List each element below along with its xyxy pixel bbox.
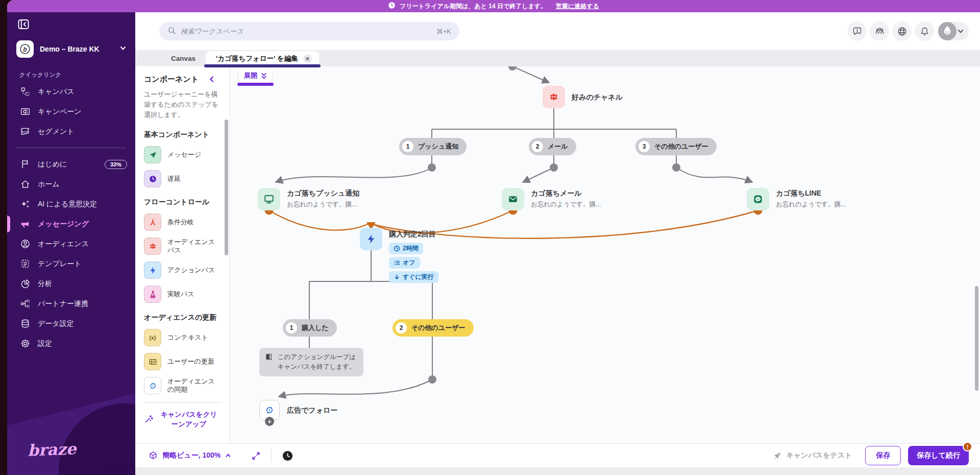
- node-cart-email[interactable]: [502, 188, 524, 210]
- sidebar-item-getting-started[interactable]: はじめに 33%: [7, 154, 135, 174]
- view-zoom-selector[interactable]: 簡略ビュー, 100%: [148, 450, 232, 461]
- collapse-sidebar-button[interactable]: [16, 18, 32, 31]
- branch-chip-email[interactable]: 2 メール: [529, 138, 576, 155]
- sidebar-item-label: はじめに: [38, 160, 67, 169]
- wait-time-badge: 2時間: [389, 243, 423, 254]
- node-cart-push-text: カゴ落ちプッシュ通知 お忘れのようです。購...: [287, 189, 359, 209]
- home-icon: [19, 179, 31, 190]
- tab-canvas[interactable]: Canvas: [161, 51, 206, 66]
- panel-scrollbar[interactable]: [225, 120, 228, 255]
- bottom-toolbar: 簡略ビュー, 100% キャンバスをテスト 保存 保存して続行 !: [135, 443, 980, 467]
- main-area: ⌘+K: [135, 12, 980, 475]
- sidebar-item-partners[interactable]: パートナー連携: [7, 294, 135, 314]
- sidebar-item-label: キャンペーン: [38, 107, 82, 116]
- sync-icon: [264, 405, 275, 416]
- component-decision-split[interactable]: 条件分岐: [144, 213, 229, 231]
- node-cart-email-text: カゴ落ちメール お忘れのようです。購...: [531, 189, 601, 209]
- sidebar-item-label: オーディエンス: [38, 240, 89, 249]
- context-icon: {x}: [144, 329, 161, 346]
- sidebar-item-ai-decisioning[interactable]: AI による意思決定: [7, 194, 135, 214]
- tab-edit-canvas[interactable]: 'カゴ落ちフォロー' を編集 ✕: [206, 51, 319, 66]
- sidebar-item-label: キャンバス: [38, 87, 75, 97]
- component-panel: コンポーネント ユーザージャーニーを構築するためのステップを選択します。 基本コ…: [135, 66, 230, 443]
- sidebar-item-label: セグメント: [38, 127, 75, 136]
- flow-connectors: [230, 66, 980, 443]
- branch-chip-everyone-else-2[interactable]: 2 その他のユーザー: [393, 319, 474, 337]
- save-continue-button[interactable]: 保存して続行 !: [908, 446, 969, 465]
- contact-sales-link[interactable]: 営業に連絡する: [556, 2, 599, 11]
- node-purchase-check[interactable]: [360, 228, 382, 250]
- component-action-path[interactable]: アクションパス: [144, 262, 229, 279]
- audience-people-icon: [144, 238, 161, 255]
- sidebar-item-settings[interactable]: 設定: [7, 334, 135, 353]
- panel-description: ユーザージャーニーを構築するためのステップを選択します。: [144, 89, 222, 120]
- account-menu[interactable]: [938, 22, 969, 40]
- chevron-down-icon: [957, 27, 965, 35]
- svg-text:{x}: {x}: [149, 335, 156, 341]
- sidebar-item-label: 分析: [38, 279, 52, 289]
- monitor-icon: [263, 193, 275, 205]
- canvas-exit-note: このアクショングループはキャンバスを終了します。: [259, 348, 363, 376]
- lightning-icon: [365, 233, 377, 245]
- component-context[interactable]: {x} コンテキスト: [144, 329, 229, 346]
- sidebar-item-label: 設定: [38, 339, 52, 348]
- clock-icon: [388, 2, 396, 11]
- component-message[interactable]: メッセージ: [144, 146, 229, 163]
- node-cart-line[interactable]: [747, 188, 769, 210]
- canvas-editor[interactable]: 展開 好みのチャネル 1 プッシュ通知 2 メール: [230, 66, 980, 443]
- collapse-panel-icon[interactable]: [209, 75, 215, 84]
- sidebar-item-canvas[interactable]: キャンバス: [7, 82, 135, 102]
- globe-button[interactable]: [892, 21, 912, 41]
- integrations-icon: [19, 298, 31, 310]
- feedback-button[interactable]: [847, 21, 867, 41]
- sidebar-item-messaging[interactable]: メッセージング: [7, 214, 135, 234]
- branch-chip-everyone-else[interactable]: 3 その他のユーザー: [635, 138, 717, 155]
- node-preferred-channel[interactable]: [543, 86, 565, 108]
- branch-chip-purchased[interactable]: 1 購入した: [283, 319, 337, 337]
- expand-arrows-icon: [251, 451, 261, 461]
- close-tab-icon[interactable]: ✕: [303, 55, 312, 63]
- sidebar-item-home[interactable]: ホーム: [7, 174, 135, 194]
- cleanup-canvas-link[interactable]: キャンバスをクリーンアップ: [144, 402, 222, 430]
- expand-button[interactable]: 展開: [239, 69, 272, 83]
- sidebar-item-templates[interactable]: テンプレート: [7, 254, 135, 274]
- toolbar-divider: [271, 449, 272, 462]
- users-button[interactable]: [870, 21, 889, 41]
- sidebar-item-audience[interactable]: オーディエンス: [7, 234, 135, 254]
- fullscreen-button[interactable]: [251, 451, 261, 461]
- exit-door-icon: [264, 352, 273, 361]
- sparkles-icon: [19, 199, 31, 210]
- add-step-button[interactable]: +: [265, 417, 274, 426]
- sync-icon: [144, 377, 161, 394]
- sidebar-item-campaign[interactable]: キャンペーン: [7, 102, 135, 122]
- node-cart-push[interactable]: [258, 188, 280, 210]
- component-delay[interactable]: 遅延: [144, 170, 229, 187]
- version-history-button[interactable]: [282, 450, 293, 462]
- pie-chart-icon: [19, 278, 31, 290]
- sidebar-item-data-settings[interactable]: データ設定: [7, 314, 135, 334]
- canvas-scrollbar[interactable]: [975, 286, 978, 391]
- component-audience-path[interactable]: オーディエンスパス: [144, 238, 229, 255]
- test-canvas-button[interactable]: キャンバスをテスト: [773, 451, 852, 460]
- sidebar-item-segment[interactable]: セグメント: [7, 122, 135, 141]
- canvas-icon: [19, 86, 31, 98]
- search-input[interactable]: [181, 28, 432, 35]
- search-shortcut: ⌘+K: [436, 28, 451, 35]
- list-icon: [394, 259, 400, 266]
- app-window: フリートライアル期間は、あと 14 日で終了します。 営業に連絡する b Dem…: [7, 0, 980, 475]
- save-button[interactable]: 保存: [865, 446, 901, 465]
- user-card-icon: [144, 353, 161, 370]
- component-audience-sync[interactable]: オーディエンスの同期: [144, 377, 229, 394]
- sidebar: b Demo – Braze KK クイックリンク キャンバス キャンペーン: [7, 12, 135, 475]
- branch-chip-push[interactable]: 1 プッシュ通知: [399, 138, 467, 155]
- notifications-button[interactable]: [915, 21, 934, 41]
- workspace-switcher[interactable]: b Demo – Braze KK: [7, 40, 135, 58]
- component-user-update[interactable]: ユーザーの更新: [144, 353, 229, 370]
- branch-icon: [144, 213, 161, 231]
- sidebar-item-analytics[interactable]: 分析: [7, 274, 135, 294]
- lightning-icon: [144, 262, 161, 279]
- template-icon: [19, 258, 31, 270]
- active-indicator: [7, 216, 10, 232]
- chevron-up-icon: [225, 452, 232, 459]
- component-experiment-path[interactable]: 実験パス: [144, 286, 229, 303]
